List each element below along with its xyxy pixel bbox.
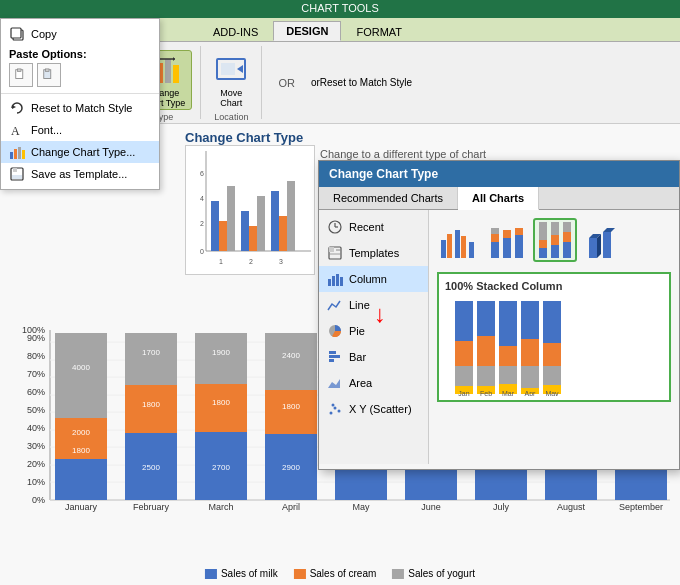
svg-rect-78	[491, 228, 499, 234]
sidebar-area[interactable]: Area	[319, 370, 428, 396]
reset-match-style-button[interactable]: or Reset to Match Style	[303, 73, 420, 92]
svg-rect-102	[477, 336, 495, 366]
svg-rect-77	[491, 234, 499, 242]
svg-marker-66	[328, 379, 340, 388]
column-label: Column	[349, 273, 387, 285]
svg-text:3: 3	[279, 258, 283, 265]
legend-cream: Sales of cream	[294, 568, 377, 579]
sidebar-recent[interactable]: Recent	[319, 214, 428, 240]
paste-icon-1[interactable]	[9, 63, 33, 87]
reset-label: or	[311, 77, 320, 88]
svg-rect-36	[219, 221, 227, 251]
svg-text:60%: 60%	[27, 387, 45, 397]
svg-rect-99	[455, 366, 473, 386]
paste-icon-2[interactable]	[37, 63, 61, 87]
svg-rect-63	[329, 351, 336, 354]
context-menu: Copy Paste Options:	[0, 18, 160, 190]
sidebar-column[interactable]: Column	[319, 266, 428, 292]
svg-marker-94	[597, 234, 601, 258]
line-label: Line	[349, 299, 370, 311]
legend-yogurt-label: Sales of yogurt	[408, 568, 475, 579]
or-text: OR	[278, 77, 295, 89]
svg-rect-90	[563, 232, 571, 242]
svg-rect-41	[271, 191, 279, 251]
svg-rect-160	[195, 384, 247, 432]
change-chart-type-menu-label: Change Chart Type...	[31, 146, 135, 158]
svg-rect-91	[563, 222, 571, 232]
copy-label: Copy	[31, 28, 57, 40]
reset-style-item[interactable]: Reset to Match Style	[1, 97, 159, 119]
change-chart-type-menu-item[interactable]: Change Chart Type...	[1, 141, 159, 163]
svg-rect-167	[265, 390, 317, 434]
svg-rect-38	[241, 211, 249, 251]
all-charts-tab[interactable]: All Charts	[458, 187, 539, 210]
ribbon-buttons-location: Move Chart	[209, 50, 253, 110]
legend-cream-label: Sales of cream	[310, 568, 377, 579]
move-chart-button[interactable]: Move Chart	[209, 50, 253, 110]
clustered-column-icon[interactable]	[437, 218, 481, 262]
svg-rect-39	[249, 226, 257, 251]
font-item[interactable]: A Font...	[1, 119, 159, 141]
pie-icon	[327, 323, 343, 339]
svg-text:4000: 4000	[72, 363, 90, 372]
reset-style-label: Reset to Match Style	[31, 102, 133, 114]
svg-text:August: August	[557, 502, 586, 512]
copy-icon	[9, 26, 25, 42]
svg-text:1900: 1900	[212, 348, 230, 357]
svg-text:1700: 1700	[142, 348, 160, 357]
svg-text:4: 4	[200, 195, 204, 202]
sidebar-bar[interactable]: Bar	[319, 344, 428, 370]
svg-rect-110	[521, 339, 539, 366]
recommended-charts-tab[interactable]: Recommended Charts	[319, 187, 458, 209]
svg-text:2000: 2000	[72, 428, 90, 437]
svg-text:Jan: Jan	[458, 390, 469, 396]
scatter-icon	[327, 401, 343, 417]
100-stacked-column-icon[interactable]	[533, 218, 577, 262]
tab-format[interactable]: FORMAT	[343, 22, 415, 41]
svg-rect-43	[287, 181, 295, 251]
pie-label: Pie	[349, 325, 365, 337]
svg-rect-97	[455, 301, 473, 341]
svg-rect-71	[441, 240, 446, 258]
dialog-tabs: Recommended Charts All Charts	[319, 187, 679, 210]
svg-rect-111	[521, 366, 539, 388]
svg-rect-13	[165, 59, 171, 83]
svg-rect-37	[227, 186, 235, 251]
svg-text:1800: 1800	[72, 446, 90, 455]
tab-design[interactable]: DESIGN	[273, 21, 341, 41]
svg-marker-17	[237, 65, 243, 73]
svg-rect-106	[499, 346, 517, 366]
column-icon	[327, 271, 343, 287]
svg-text:June: June	[421, 502, 441, 512]
svg-rect-109	[521, 301, 539, 339]
title-text: CHART TOOLS	[301, 2, 378, 14]
stacked-column-icon[interactable]	[485, 218, 529, 262]
svg-rect-89	[563, 242, 571, 258]
copy-item[interactable]: Copy	[1, 23, 159, 45]
svg-rect-61	[340, 277, 343, 286]
save-template-item[interactable]: Save as Template...	[1, 163, 159, 185]
move-chart-icon	[215, 53, 247, 85]
change-chart-type-dialog: Change Chart Type Recommended Charts All…	[318, 160, 680, 470]
svg-rect-83	[539, 248, 547, 258]
chart-type-icons	[437, 218, 671, 262]
svg-text:10%: 10%	[27, 477, 45, 487]
preview-title: 100% Stacked Column	[445, 280, 663, 292]
svg-text:2700: 2700	[212, 463, 230, 472]
dialog-main-area: 100% Stacked Column	[429, 210, 679, 464]
svg-rect-105	[499, 301, 517, 346]
dialog-title: Change Chart Type	[319, 161, 679, 187]
svg-text:July: July	[493, 502, 510, 512]
svg-rect-19	[11, 28, 21, 38]
tab-addins[interactable]: ADD-INS	[200, 22, 271, 41]
sidebar-templates[interactable]: Templates	[319, 240, 428, 266]
reset-area: OR or Reset to Match Style	[262, 46, 428, 119]
svg-text:70%: 70%	[27, 369, 45, 379]
sidebar-xy-scatter[interactable]: X Y (Scatter)	[319, 396, 428, 422]
svg-rect-103	[477, 366, 495, 386]
3d-column-icon[interactable]	[581, 218, 625, 262]
legend-milk-color	[205, 569, 217, 579]
reset-icon	[9, 100, 25, 116]
svg-text:1800: 1800	[212, 398, 230, 407]
move-chart-label: Move Chart	[220, 88, 242, 108]
